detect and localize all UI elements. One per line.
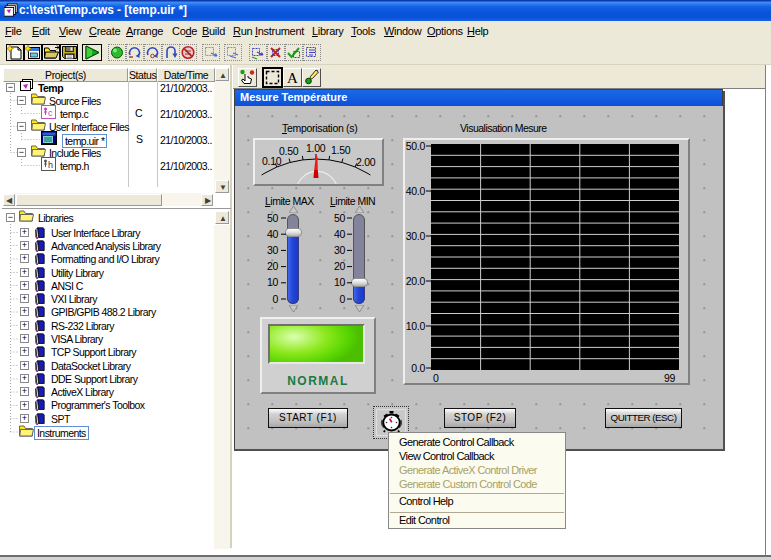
svg-text:c: c [48,108,53,118]
svg-text:A: A [287,70,298,86]
svg-text:h: h [48,160,53,170]
